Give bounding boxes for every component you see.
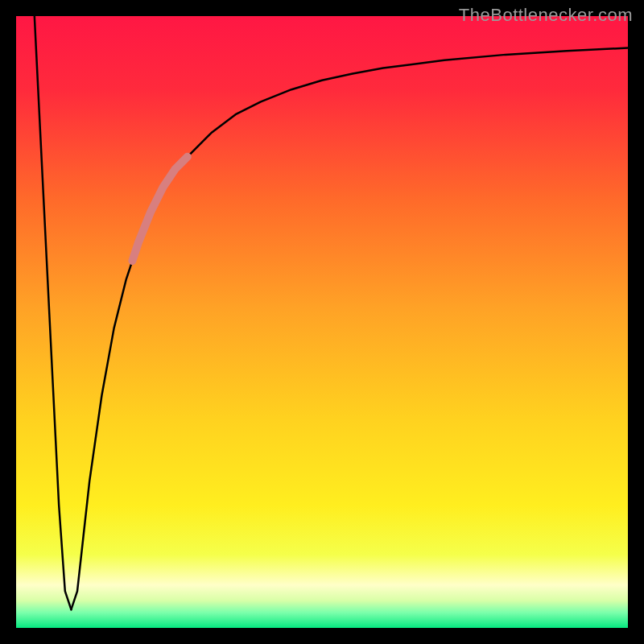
chart-svg <box>16 16 628 628</box>
gradient-background <box>16 16 628 628</box>
plot-area <box>16 16 628 628</box>
watermark-text: TheBottlenecker.com <box>459 5 633 26</box>
chart-container: TheBottlenecker.com <box>0 0 644 644</box>
